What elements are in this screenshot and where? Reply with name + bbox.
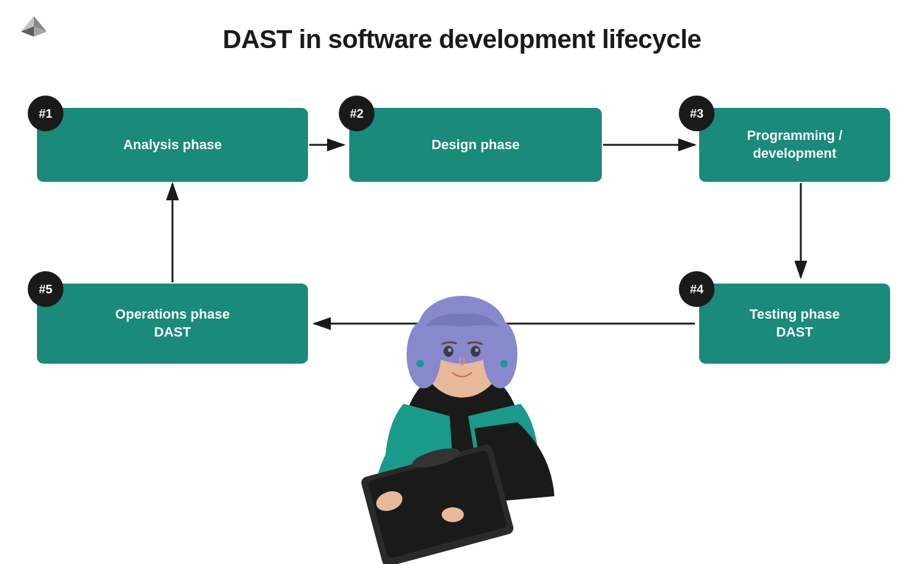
badge-1: #1 [28, 96, 63, 131]
svg-point-24 [442, 507, 464, 522]
svg-point-19 [500, 360, 508, 367]
badge-5: #5 [28, 271, 63, 307]
phase-box-1: Analysis phase [37, 108, 308, 182]
phase-label-4: Testing phase DAST [750, 306, 840, 341]
phase-label-1: Analysis phase [123, 136, 222, 154]
svg-point-12 [407, 321, 441, 388]
phase-box-5: Operations phase DAST [37, 284, 308, 364]
svg-point-17 [475, 348, 479, 352]
svg-point-18 [416, 360, 424, 367]
page-title: DAST in software development lifecycle [0, 25, 924, 54]
badge-4: #4 [679, 271, 715, 307]
phase-label-3: Programming / development [747, 127, 842, 162]
phase-label-5: Operations phase DAST [115, 306, 230, 341]
phase-box-4: Testing phase DAST [699, 284, 890, 364]
phase-label-2: Design phase [431, 136, 519, 154]
badge-3: #3 [679, 96, 715, 131]
person-illustration [333, 243, 591, 564]
svg-point-13 [483, 321, 517, 388]
phase-box-3: Programming / development [699, 108, 890, 182]
badge-2: #2 [339, 96, 375, 131]
svg-point-16 [448, 348, 452, 352]
phase-box-2: Design phase [349, 108, 602, 182]
